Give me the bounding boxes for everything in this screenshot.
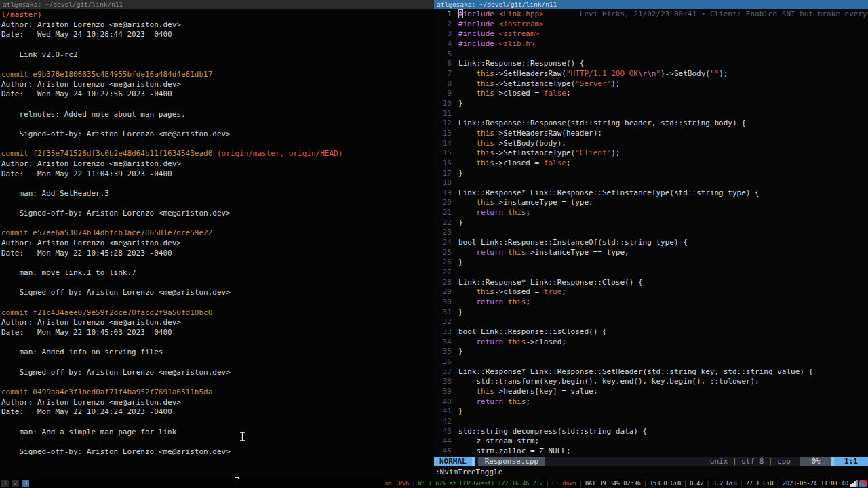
code-line[interactable]: 1#include <Link.hpp> Levi Hicks, 21/02/2… xyxy=(434,9,868,20)
text-segment: ->SetInstanceType( xyxy=(494,148,575,157)
git-log-line: commit e57ee6a53074b34dbfcb3ace706581e7d… xyxy=(1,228,434,239)
code-line[interactable]: 8 this->SetInstanceType("Server"); xyxy=(434,79,868,89)
code-line-text: z_stream strm; xyxy=(452,436,539,447)
code-line[interactable]: 17} xyxy=(434,169,868,179)
code-line[interactable]: 42 xyxy=(434,417,868,427)
git-log-line: man: Add SetHeader.3 xyxy=(1,189,434,199)
code-line[interactable]: 16 this->closed = false; xyxy=(434,159,868,169)
git-log-line xyxy=(1,358,434,368)
text-segment: man: Add a simple man page for link xyxy=(1,428,176,436)
code-line[interactable]: 21 return this; xyxy=(434,208,868,218)
code-line[interactable]: 7 this->SetHeadersRaw("HTTP/1.1 200 OK\r… xyxy=(434,69,868,79)
text-segment: this xyxy=(477,159,495,167)
code-line-text: Link::Response* Link::Response::Close() … xyxy=(452,278,643,288)
code-line[interactable]: 2#include <iostream> xyxy=(434,20,868,30)
git-log-line xyxy=(1,119,434,129)
code-line[interactable]: 3#include <sstream> xyxy=(434,29,868,39)
code-line[interactable]: 28Link::Response* Link::Response::Close(… xyxy=(434,278,868,288)
code-line-text: this->headers[key] = value; xyxy=(452,387,597,397)
code-line[interactable]: 36 xyxy=(434,357,868,367)
git-log-line: commit 0499aa4e3f1bed0af71f4ba952f7691a0… xyxy=(1,388,434,398)
code-line[interactable]: 35} xyxy=(434,347,868,357)
git-log-line: relnotes: Added note about man pages. xyxy=(1,110,434,120)
line-number: 39 xyxy=(434,387,452,397)
git-log-line: Author: Ariston Lorenzo <me@ariston.dev> xyxy=(1,20,434,30)
text-segment: \r\n xyxy=(638,69,656,78)
text-segment: ->SetInstanceType( xyxy=(494,79,575,88)
code-line[interactable]: 11 xyxy=(434,109,868,119)
line-number: 10 xyxy=(434,99,452,109)
git-log-line xyxy=(1,437,434,447)
code-line[interactable]: 22} xyxy=(434,218,868,228)
code-line[interactable]: 33bool Link::Response::isClosed() { xyxy=(434,327,868,338)
line-number: 5 xyxy=(434,49,452,60)
code-line[interactable]: 27 xyxy=(434,268,868,278)
left-pane-titlebar[interactable]: atl@osaka: ~/devel/git/link/n11 xyxy=(0,0,434,9)
code-line[interactable]: 23 xyxy=(434,228,868,238)
code-line[interactable]: 18 xyxy=(434,178,868,188)
text-segment xyxy=(458,248,477,257)
text-segment: ); xyxy=(719,69,728,78)
code-line[interactable]: 6Link::Response::Response() { xyxy=(434,59,868,69)
workspace-tab-1[interactable]: 1 xyxy=(1,480,9,487)
code-line[interactable]: 20 this->instanceType = type; xyxy=(434,198,868,208)
code-line[interactable]: 25 return this->instanceType == type; xyxy=(434,248,868,258)
code-line[interactable]: 40 return this; xyxy=(434,397,868,407)
text-segment: ->closed = xyxy=(494,89,544,98)
text-segment xyxy=(458,89,477,98)
line-number: 19 xyxy=(434,188,452,199)
code-line[interactable]: 9 this->closed = false; xyxy=(434,89,868,99)
code-line[interactable]: 29 this->closed = true; xyxy=(434,287,868,298)
code-line[interactable]: 4#include <zlib.h> xyxy=(434,39,868,49)
code-line[interactable]: 24bool Link::Response::InstanceOf(std::s… xyxy=(434,238,868,248)
code-line[interactable]: 31} xyxy=(434,308,868,318)
code-line-text: return this->instanceType == type; xyxy=(452,248,629,258)
code-line[interactable]: 13 this->SetHeadersRaw(header); xyxy=(434,129,868,139)
line-number: 13 xyxy=(434,129,452,139)
mouse-cursor xyxy=(239,432,245,441)
workspace-tab-3[interactable]: 3 xyxy=(22,480,29,487)
text-segment: strm.zalloc = Z_NULL; xyxy=(458,447,571,455)
code-line[interactable]: 10} xyxy=(434,99,868,109)
scroll-percent: 0% xyxy=(800,457,831,466)
text-segment xyxy=(494,39,499,48)
code-line[interactable]: 45 strm.zalloc = Z_NULL; xyxy=(434,447,868,457)
right-pane-titlebar[interactable]: atl@osaka: ~/devel/git/link/n11 xyxy=(434,0,868,9)
vim-cmdline[interactable]: :NvimTreeToggle xyxy=(434,466,868,479)
code-line[interactable]: 32 xyxy=(434,317,868,327)
code-line[interactable]: 26} xyxy=(434,258,868,268)
shell-prompt[interactable]: [atl@osaka ~/devel/git/link/n11] (master… xyxy=(1,467,434,477)
code-line[interactable]: 37Link::Response* Link::Response::SetHea… xyxy=(434,367,868,378)
code-line[interactable]: 41} xyxy=(434,407,868,417)
text-segment: l/master) xyxy=(1,10,42,19)
code-line[interactable]: 38 std::transform(key.begin(), key.end()… xyxy=(434,377,868,387)
code-line[interactable]: 34 return this->closed; xyxy=(434,338,868,348)
text-segment: #include xyxy=(458,39,494,48)
code-line[interactable]: 5 xyxy=(434,49,868,60)
code-line-text: Link::Response* Link::Response::SetInsta… xyxy=(452,188,760,199)
git-log-line: Link v2.0-rc2 xyxy=(1,50,434,60)
code-line[interactable]: 19Link::Response* Link::Response::SetIns… xyxy=(434,188,868,199)
workspace-tab-2[interactable]: 2 xyxy=(12,480,19,487)
code-area[interactable]: 1#include <Link.hpp> Levi Hicks, 21/02/2… xyxy=(434,9,868,457)
git-log-line xyxy=(1,279,434,289)
code-line[interactable]: 39 this->headers[key] = value; xyxy=(434,387,868,397)
line-number: 25 xyxy=(434,248,452,258)
code-line-text: bool Link::Response::isClosed() { xyxy=(452,327,607,338)
text-segment: ->closed; xyxy=(526,338,566,346)
text-segment: Signed-off-by: Ariston Lorenzo <me@arist… xyxy=(1,209,231,218)
tray-network-icon[interactable] xyxy=(859,480,867,487)
text-segment: Author: Ariston Lorenzo <me@ariston.dev> xyxy=(1,159,181,168)
code-line[interactable]: 30 return this; xyxy=(434,298,868,308)
text-segment xyxy=(494,20,499,28)
text-segment: man: move link.1 to link.7 xyxy=(1,268,136,277)
line-number: 40 xyxy=(434,397,452,407)
code-line-text: this->closed = false; xyxy=(452,89,571,99)
code-line[interactable]: 44 z_stream strm; xyxy=(434,436,868,447)
code-line[interactable]: 14 this->SetBody(body); xyxy=(434,139,868,149)
code-line[interactable]: 43std::string decompress(std::string dat… xyxy=(434,427,868,437)
code-line[interactable]: 12Link::Response::Response(std::string h… xyxy=(434,119,868,129)
text-segment xyxy=(503,298,508,306)
git-log-line: Signed-off-by: Ariston Lorenzo <me@arist… xyxy=(1,288,434,298)
code-line[interactable]: 15 this->SetInstanceType("Client"); xyxy=(434,148,868,159)
